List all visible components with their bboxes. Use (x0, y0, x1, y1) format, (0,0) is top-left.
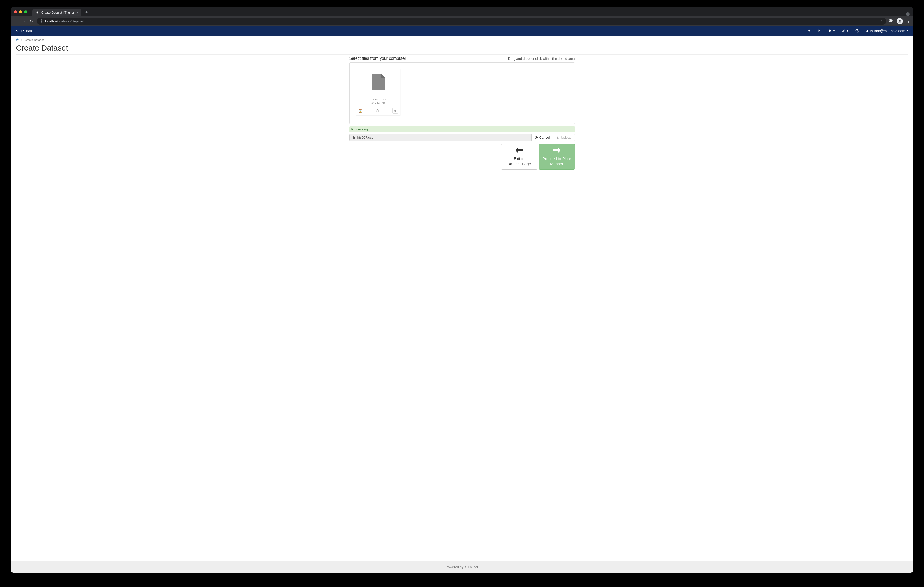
browser-address-bar: ← → ⟳ ⓘ localhost/dataset/1/upload ☆ ⋮ (11, 16, 354, 26)
app-navbar: Thunor ▼ ▼ ? (11, 26, 354, 36)
url-field[interactable]: ⓘ localhost/dataset/1/upload ☆ (36, 18, 354, 25)
url-host: localhost (45, 19, 58, 23)
processing-status: Processing... (349, 126, 354, 132)
reload-button[interactable]: ⟳ (29, 19, 34, 24)
tab-close-button[interactable]: × (76, 11, 78, 15)
tab-title: Create Dataset | Thunor (41, 11, 74, 15)
breadcrumb-current: Create Dataset (25, 38, 44, 41)
window-zoom-button[interactable] (24, 10, 27, 13)
site-info-icon[interactable]: ⓘ (40, 19, 43, 23)
brand-name: Thunor (20, 29, 33, 33)
browser-tab-strip: Create Dataset | Thunor × + (11, 7, 354, 16)
file-row: hts007.csv Cancel Upload (349, 134, 354, 141)
processing-label: Processing... (351, 127, 354, 131)
drop-panel: hts007.csv (14.42 MB) ⌛ (349, 62, 354, 124)
brand[interactable]: Thunor (15, 29, 33, 33)
bolt-icon (15, 29, 18, 33)
file-icon (352, 136, 354, 140)
new-tab-button[interactable]: + (84, 10, 89, 15)
file-row-name-cell: hts007.csv (350, 134, 354, 141)
bolt-icon (36, 11, 39, 15)
breadcrumb-separator: > (21, 38, 22, 41)
select-files-label: Select files from your computer (349, 56, 354, 61)
window-minimize-button[interactable] (19, 10, 22, 13)
drop-zone[interactable]: hts007.csv (14.42 MB) ⌛ (353, 66, 354, 120)
page-title: Create Dataset (16, 44, 354, 54)
url-path: /dataset/1/upload (58, 19, 84, 23)
back-button[interactable]: ← (13, 19, 18, 23)
breadcrumb: > Create Dataset (11, 36, 354, 44)
breadcrumb-home[interactable] (16, 38, 19, 41)
window-close-button[interactable] (14, 10, 17, 13)
window-controls (14, 10, 27, 13)
browser-tab[interactable]: Create Dataset | Thunor × (33, 9, 81, 16)
forward-button[interactable]: → (21, 19, 26, 23)
